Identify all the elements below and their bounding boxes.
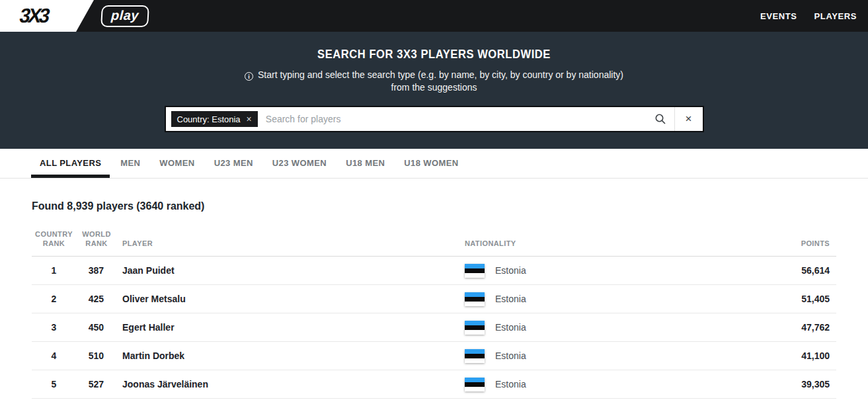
points-cell: 39,305 (690, 370, 836, 399)
fiba-3x3-logo-text: 3X3 (17, 5, 50, 28)
col-header-player: PLAYER (108, 229, 465, 257)
search-box: Country: Estonia × × (165, 106, 704, 132)
tab-men[interactable]: MEN (112, 158, 149, 178)
player-name-cell: Martin Dorbek (108, 342, 465, 370)
col-header-points: POINTS (690, 229, 836, 257)
info-icon: i (245, 72, 253, 81)
estonia-flag-icon (465, 292, 485, 306)
player-name-cell: Egert Haller (108, 313, 465, 342)
players-table-body: 1 387 Jaan Puidet Estonia 56,614 2 425 O… (32, 257, 836, 399)
tab-u18-women[interactable]: U18 WOMEN (395, 158, 467, 178)
tab-women[interactable]: WOMEN (151, 158, 203, 178)
player-name-cell: Oliver Metsalu (108, 285, 465, 313)
table-row[interactable]: 1 387 Jaan Puidet Estonia 56,614 (32, 257, 836, 285)
nationality-cell: Estonia (465, 349, 690, 363)
estonia-flag-icon (465, 264, 485, 278)
country-rank-cell: 4 (32, 342, 76, 370)
play-logo[interactable]: play (100, 5, 149, 27)
nationality-label: Estonia (495, 322, 526, 333)
results-section: Found 8,939 players (3640 ranked) COUNTR… (0, 200, 868, 399)
search-icon[interactable] (647, 107, 674, 131)
players-table: COUNTRY RANK WORLD RANK PLAYER NATIONALI… (32, 229, 836, 399)
nav-players[interactable]: PLAYERS (814, 11, 857, 21)
nationality-label: Estonia (495, 265, 526, 276)
points-cell: 56,614 (690, 257, 836, 285)
points-cell: 47,762 (690, 313, 836, 342)
chip-label: Country: Estonia (177, 114, 241, 124)
estonia-flag-icon (465, 378, 485, 391)
nationality-label: Estonia (495, 379, 526, 389)
nationality-cell: Estonia (465, 378, 690, 391)
country-rank-cell: 5 (32, 370, 76, 399)
estonia-flag-icon (465, 349, 485, 363)
player-name-cell: Jaan Puidet (108, 257, 465, 285)
country-rank-cell: 3 (32, 313, 76, 342)
country-rank-cell: 1 (32, 257, 76, 285)
nav-events[interactable]: EVENTS (760, 11, 797, 21)
search-input[interactable] (258, 114, 647, 124)
results-summary: Found 8,939 players (3640 ranked) (32, 200, 836, 212)
col-header-world-rank: WORLD RANK (76, 229, 108, 257)
tab-all-players[interactable]: ALL PLAYERS (31, 158, 110, 178)
player-name-cell: Joonas Järveläinen (108, 370, 465, 399)
table-row[interactable]: 4 510 Martin Dorbek Estonia 41,100 (32, 342, 836, 370)
table-row[interactable]: 3 450 Egert Haller Estonia 47,762 (32, 313, 836, 342)
tabs-bar: ALL PLAYERSMENWOMENU23 MENU23 WOMENU18 M… (0, 149, 868, 179)
search-help-text: iStart typing and select the search type… (241, 69, 627, 94)
tab-u18-men[interactable]: U18 MEN (337, 158, 393, 178)
points-cell: 41,100 (690, 342, 836, 370)
table-row[interactable]: 2 425 Oliver Metsalu Estonia 51,405 (32, 285, 836, 313)
top-nav-links: EVENTS PLAYERS (760, 11, 868, 21)
search-hero: SEARCH FOR 3X3 PLAYERS WORLDWIDE iStart … (0, 32, 868, 149)
nationality-cell: Estonia (465, 264, 690, 278)
chip-remove-icon[interactable]: × (247, 114, 252, 124)
world-rank-cell: 387 (76, 257, 108, 285)
points-cell: 51,405 (690, 285, 836, 313)
world-rank-cell: 510 (76, 342, 108, 370)
tab-u23-men[interactable]: U23 MEN (206, 158, 262, 178)
col-header-country-rank: COUNTRY RANK (32, 229, 76, 257)
world-rank-cell: 450 (76, 313, 108, 342)
col-header-nationality: NATIONALITY (465, 229, 690, 257)
world-rank-cell: 527 (76, 370, 108, 399)
top-nav-bar: 3X3 play EVENTS PLAYERS (0, 0, 868, 32)
nationality-cell: Estonia (465, 321, 690, 335)
clear-search-icon[interactable]: × (675, 107, 703, 131)
country-rank-cell: 2 (32, 285, 76, 313)
nationality-label: Estonia (495, 294, 526, 304)
estonia-flag-icon (465, 321, 485, 335)
fiba-3x3-logo[interactable]: 3X3 (0, 0, 94, 32)
nationality-label: Estonia (495, 350, 526, 361)
nationality-cell: Estonia (465, 292, 690, 306)
search-filter-chip[interactable]: Country: Estonia × (171, 111, 258, 127)
world-rank-cell: 425 (76, 285, 108, 313)
table-row[interactable]: 5 527 Joonas Järveläinen Estonia 39,305 (32, 370, 836, 399)
play-logo-text: play (110, 8, 139, 23)
page-title: SEARCH FOR 3X3 PLAYERS WORLDWIDE (35, 32, 834, 61)
tab-u23-women[interactable]: U23 WOMEN (264, 158, 335, 178)
